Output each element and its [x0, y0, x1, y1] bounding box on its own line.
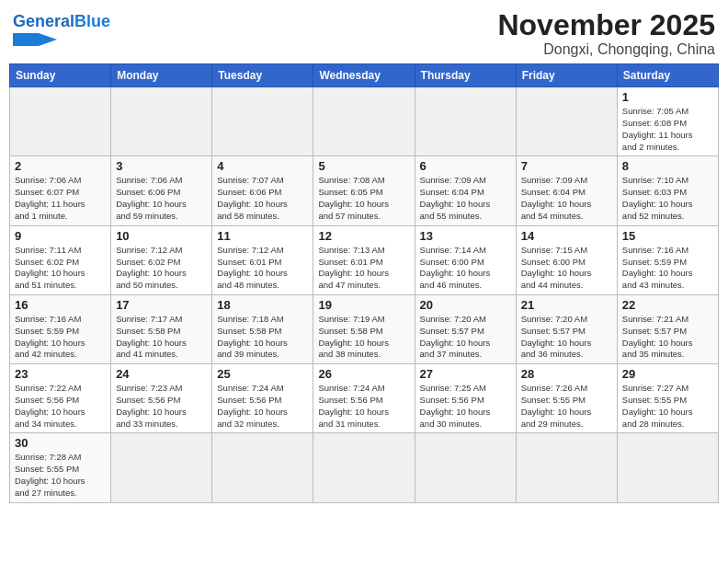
- calendar-cell: 6Sunrise: 7:09 AM Sunset: 6:04 PM Daylig…: [415, 156, 516, 225]
- calendar-cell: 12Sunrise: 7:13 AM Sunset: 6:01 PM Dayli…: [313, 225, 415, 294]
- day-number: 21: [521, 298, 612, 312]
- day-number: 25: [217, 367, 308, 381]
- day-number: 8: [622, 159, 713, 173]
- day-number: 17: [116, 298, 207, 312]
- day-number: 2: [15, 159, 106, 173]
- day-number: 7: [521, 159, 612, 173]
- calendar-cell: 3Sunrise: 7:06 AM Sunset: 6:06 PM Daylig…: [111, 156, 212, 225]
- day-number: 5: [318, 159, 409, 173]
- month-title: November 2025: [497, 9, 715, 41]
- calendar-cell: 23Sunrise: 7:22 AM Sunset: 5:56 PM Dayli…: [10, 364, 111, 433]
- day-number: 30: [15, 436, 106, 450]
- calendar-cell: [212, 87, 313, 156]
- calendar-cell: [313, 433, 415, 502]
- calendar-cell: 17Sunrise: 7:17 AM Sunset: 5:58 PM Dayli…: [111, 294, 212, 363]
- calendar-week-row: 16Sunrise: 7:16 AM Sunset: 5:59 PM Dayli…: [10, 294, 719, 363]
- day-info: Sunrise: 7:19 AM Sunset: 5:58 PM Dayligh…: [318, 314, 409, 361]
- calendar-cell: 18Sunrise: 7:18 AM Sunset: 5:58 PM Dayli…: [212, 294, 313, 363]
- weekday-header-tuesday: Tuesday: [212, 64, 313, 87]
- page-header: GeneralBlue November 2025 Dongxi, Chongq…: [9, 9, 719, 58]
- day-info: Sunrise: 7:12 AM Sunset: 6:02 PM Dayligh…: [116, 245, 207, 292]
- calendar-cell: 21Sunrise: 7:20 AM Sunset: 5:57 PM Dayli…: [516, 294, 617, 363]
- day-info: Sunrise: 7:10 AM Sunset: 6:03 PM Dayligh…: [622, 175, 713, 222]
- calendar-cell: [415, 87, 516, 156]
- day-info: Sunrise: 7:09 AM Sunset: 6:04 PM Dayligh…: [521, 175, 612, 222]
- calendar-cell: 19Sunrise: 7:19 AM Sunset: 5:58 PM Dayli…: [313, 294, 415, 363]
- day-info: Sunrise: 7:16 AM Sunset: 5:59 PM Dayligh…: [15, 314, 106, 361]
- day-info: Sunrise: 7:17 AM Sunset: 5:58 PM Dayligh…: [116, 314, 207, 361]
- calendar-cell: [516, 87, 617, 156]
- calendar-cell: 29Sunrise: 7:27 AM Sunset: 5:55 PM Dayli…: [617, 364, 718, 433]
- day-info: Sunrise: 7:24 AM Sunset: 5:56 PM Dayligh…: [217, 383, 308, 430]
- calendar-cell: [617, 433, 718, 502]
- day-info: Sunrise: 7:21 AM Sunset: 5:57 PM Dayligh…: [622, 314, 713, 361]
- day-info: Sunrise: 7:13 AM Sunset: 6:01 PM Dayligh…: [318, 245, 409, 292]
- weekday-header-saturday: Saturday: [617, 64, 718, 87]
- calendar-cell: [415, 433, 516, 502]
- day-info: Sunrise: 7:06 AM Sunset: 6:06 PM Dayligh…: [116, 175, 207, 222]
- calendar-cell: [111, 87, 212, 156]
- day-number: 11: [217, 229, 308, 243]
- svg-marker-1: [39, 33, 57, 46]
- day-info: Sunrise: 7:20 AM Sunset: 5:57 PM Dayligh…: [420, 314, 511, 361]
- calendar-cell: 15Sunrise: 7:16 AM Sunset: 5:59 PM Dayli…: [617, 225, 718, 294]
- weekday-header-friday: Friday: [516, 64, 617, 87]
- day-number: 1: [622, 90, 713, 104]
- day-info: Sunrise: 7:14 AM Sunset: 6:00 PM Dayligh…: [420, 245, 511, 292]
- day-info: Sunrise: 7:07 AM Sunset: 6:06 PM Dayligh…: [217, 175, 308, 222]
- calendar-cell: 11Sunrise: 7:12 AM Sunset: 6:01 PM Dayli…: [212, 225, 313, 294]
- calendar-week-row: 30Sunrise: 7:28 AM Sunset: 5:55 PM Dayli…: [10, 433, 719, 502]
- weekday-header-wednesday: Wednesday: [313, 64, 415, 87]
- calendar-week-row: 1Sunrise: 7:05 AM Sunset: 6:08 PM Daylig…: [10, 87, 719, 156]
- calendar-cell: [111, 433, 212, 502]
- day-info: Sunrise: 7:20 AM Sunset: 5:57 PM Dayligh…: [521, 314, 612, 361]
- calendar-cell: 2Sunrise: 7:06 AM Sunset: 6:07 PM Daylig…: [10, 156, 111, 225]
- day-number: 3: [116, 159, 207, 173]
- logo-text: GeneralBlue: [13, 13, 110, 31]
- day-info: Sunrise: 7:15 AM Sunset: 6:00 PM Dayligh…: [521, 245, 612, 292]
- day-number: 26: [318, 367, 409, 381]
- day-number: 24: [116, 367, 207, 381]
- calendar-cell: 10Sunrise: 7:12 AM Sunset: 6:02 PM Dayli…: [111, 225, 212, 294]
- day-number: 18: [217, 298, 308, 312]
- logo: GeneralBlue: [13, 9, 110, 50]
- calendar-cell: 22Sunrise: 7:21 AM Sunset: 5:57 PM Dayli…: [617, 294, 718, 363]
- logo-icon: [13, 33, 57, 50]
- calendar-cell: 5Sunrise: 7:08 AM Sunset: 6:05 PM Daylig…: [313, 156, 415, 225]
- day-info: Sunrise: 7:28 AM Sunset: 5:55 PM Dayligh…: [15, 452, 106, 499]
- calendar-cell: 28Sunrise: 7:26 AM Sunset: 5:55 PM Dayli…: [516, 364, 617, 433]
- day-number: 6: [420, 159, 511, 173]
- day-info: Sunrise: 7:26 AM Sunset: 5:55 PM Dayligh…: [521, 383, 612, 430]
- location: Dongxi, Chongqing, China: [497, 41, 715, 58]
- day-info: Sunrise: 7:23 AM Sunset: 5:56 PM Dayligh…: [116, 383, 207, 430]
- calendar-cell: 8Sunrise: 7:10 AM Sunset: 6:03 PM Daylig…: [617, 156, 718, 225]
- day-info: Sunrise: 7:08 AM Sunset: 6:05 PM Dayligh…: [318, 175, 409, 222]
- day-info: Sunrise: 7:06 AM Sunset: 6:07 PM Dayligh…: [15, 175, 106, 222]
- day-number: 12: [318, 229, 409, 243]
- day-number: 4: [217, 159, 308, 173]
- calendar-cell: 7Sunrise: 7:09 AM Sunset: 6:04 PM Daylig…: [516, 156, 617, 225]
- day-info: Sunrise: 7:24 AM Sunset: 5:56 PM Dayligh…: [318, 383, 409, 430]
- calendar-cell: 26Sunrise: 7:24 AM Sunset: 5:56 PM Dayli…: [313, 364, 415, 433]
- day-info: Sunrise: 7:25 AM Sunset: 5:56 PM Dayligh…: [420, 383, 511, 430]
- logo-blue: Blue: [74, 12, 110, 30]
- day-info: Sunrise: 7:16 AM Sunset: 5:59 PM Dayligh…: [622, 245, 713, 292]
- calendar-cell: [212, 433, 313, 502]
- day-info: Sunrise: 7:05 AM Sunset: 6:08 PM Dayligh…: [622, 106, 713, 153]
- calendar-cell: 13Sunrise: 7:14 AM Sunset: 6:00 PM Dayli…: [415, 225, 516, 294]
- weekday-header-thursday: Thursday: [415, 64, 516, 87]
- day-number: 15: [622, 229, 713, 243]
- weekday-header-row: SundayMondayTuesdayWednesdayThursdayFrid…: [10, 64, 719, 87]
- day-number: 28: [521, 367, 612, 381]
- day-info: Sunrise: 7:22 AM Sunset: 5:56 PM Dayligh…: [15, 383, 106, 430]
- day-info: Sunrise: 7:18 AM Sunset: 5:58 PM Dayligh…: [217, 314, 308, 361]
- calendar-cell: [313, 87, 415, 156]
- day-number: 9: [15, 229, 106, 243]
- calendar-cell: 25Sunrise: 7:24 AM Sunset: 5:56 PM Dayli…: [212, 364, 313, 433]
- weekday-header-monday: Monday: [111, 64, 212, 87]
- calendar-week-row: 9Sunrise: 7:11 AM Sunset: 6:02 PM Daylig…: [10, 225, 719, 294]
- day-number: 29: [622, 367, 713, 381]
- day-info: Sunrise: 7:27 AM Sunset: 5:55 PM Dayligh…: [622, 383, 713, 430]
- calendar-table: SundayMondayTuesdayWednesdayThursdayFrid…: [9, 63, 719, 503]
- calendar-cell: 20Sunrise: 7:20 AM Sunset: 5:57 PM Dayli…: [415, 294, 516, 363]
